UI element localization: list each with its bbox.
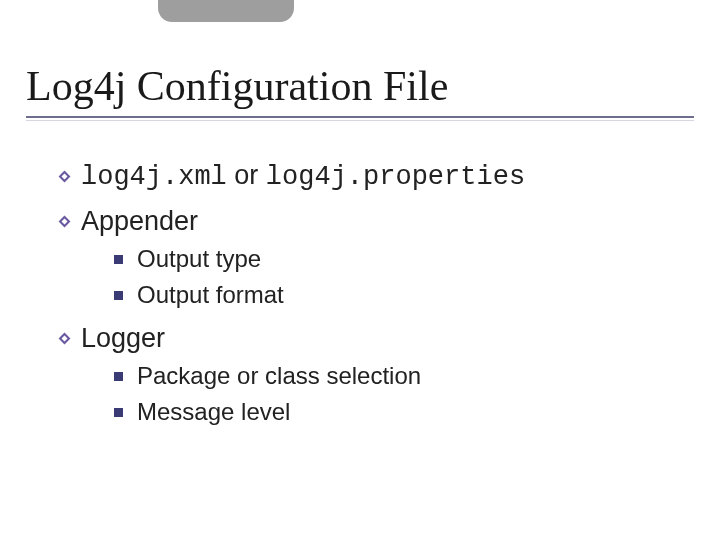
title-underline-secondary bbox=[26, 120, 694, 121]
diamond-bullet-icon bbox=[58, 215, 71, 228]
bullet-text: log4j.xml or log4j.properties bbox=[81, 160, 525, 192]
square-bullet-icon bbox=[114, 291, 123, 300]
sub-list: Package or class selection Message level bbox=[114, 362, 680, 426]
bullet-row: Appender bbox=[58, 206, 680, 237]
join-text: or bbox=[227, 160, 266, 190]
bullet-text: Logger bbox=[81, 323, 165, 354]
sub-bullet-row: Message level bbox=[114, 398, 680, 426]
diamond-bullet-icon bbox=[58, 170, 71, 183]
sub-bullet-text: Output type bbox=[137, 245, 261, 273]
code-literal: log4j.properties bbox=[266, 162, 525, 192]
top-tab-shape bbox=[158, 0, 294, 22]
bullet-item-logger: Logger Package or class selection Messag… bbox=[58, 323, 680, 426]
sub-bullet-row: Package or class selection bbox=[114, 362, 680, 390]
title-underline-primary bbox=[26, 116, 694, 118]
sub-list: Output type Output format bbox=[114, 245, 680, 309]
page-title: Log4j Configuration File bbox=[26, 62, 694, 116]
bullet-row: Logger bbox=[58, 323, 680, 354]
code-literal: log4j.xml bbox=[81, 162, 227, 192]
bullet-text: Appender bbox=[81, 206, 198, 237]
sub-bullet-text: Output format bbox=[137, 281, 284, 309]
bullet-item-files: log4j.xml or log4j.properties bbox=[58, 160, 680, 192]
sub-bullet-text: Message level bbox=[137, 398, 290, 426]
bullet-row: log4j.xml or log4j.properties bbox=[58, 160, 680, 192]
square-bullet-icon bbox=[114, 408, 123, 417]
square-bullet-icon bbox=[114, 255, 123, 264]
bullet-body: log4j.xml or log4j.properties Appender O… bbox=[58, 160, 680, 440]
bullet-item-appender: Appender Output type Output format bbox=[58, 206, 680, 309]
title-block: Log4j Configuration File bbox=[26, 62, 694, 121]
sub-bullet-row: Output format bbox=[114, 281, 680, 309]
sub-bullet-row: Output type bbox=[114, 245, 680, 273]
square-bullet-icon bbox=[114, 372, 123, 381]
sub-bullet-text: Package or class selection bbox=[137, 362, 421, 390]
diamond-bullet-icon bbox=[58, 332, 71, 345]
